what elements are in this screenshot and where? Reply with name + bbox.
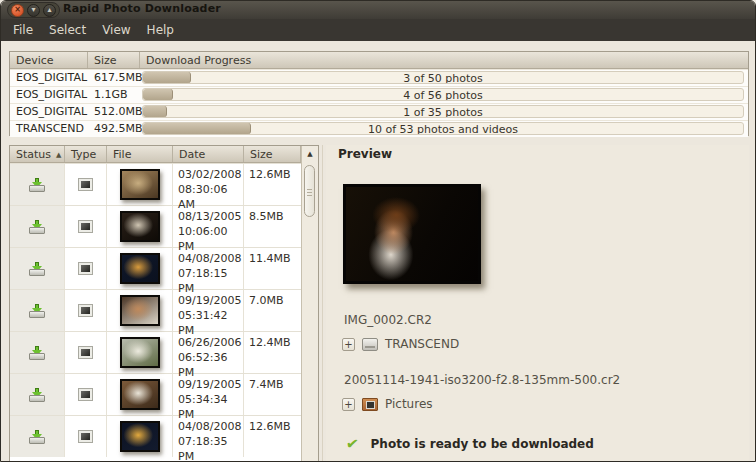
expand-source-button[interactable]: + (342, 338, 355, 351)
scrollbar-thumb[interactable] (304, 165, 315, 217)
size-header-label: Size (250, 148, 273, 161)
title-bar[interactable]: × ▾ ▴ Rapid Photo Downloader (1, 1, 756, 19)
device-name: EOS_DIGITAL (10, 70, 88, 86)
download-pending-icon (29, 430, 45, 444)
minimize-button[interactable]: ▾ (27, 4, 40, 17)
file-row[interactable]: 04/08/200807:18:15 PM 11.4MB (10, 247, 318, 289)
date-cell: 04/08/200807:18:15 PM (173, 248, 244, 289)
file-row[interactable]: 03/02/200808:30:06 AM 12.6MB (10, 163, 318, 205)
device-size: 512.0MB (88, 104, 140, 120)
file-date: 09/19/2005 (178, 294, 241, 307)
photo-type-icon (78, 430, 93, 443)
file-row[interactable]: 09/19/200505:34:34 PM 7.4MB (10, 373, 318, 415)
close-button[interactable]: × (11, 4, 24, 17)
preview-image (343, 184, 481, 284)
scrollbar-grip (307, 189, 312, 198)
device-progress: 1 of 35 photos (140, 104, 748, 120)
file-column-header[interactable]: File (107, 146, 173, 162)
status-cell (10, 416, 65, 457)
app-window: × ▾ ▴ Rapid Photo Downloader File Select… (0, 0, 756, 462)
type-cell (65, 248, 107, 289)
photo-type-icon (78, 220, 93, 233)
date-cell: 09/19/200505:31:42 PM (173, 290, 244, 331)
download-pending-icon (29, 220, 45, 234)
device-size: 492.5MB (88, 121, 140, 137)
progress-bar: 3 of 50 photos (142, 71, 744, 84)
date-column-header[interactable]: Date (173, 146, 244, 162)
preview-title: Preview (338, 147, 392, 161)
size-column-header[interactable]: Size (244, 146, 301, 162)
maximize-button[interactable]: ▴ (43, 4, 56, 17)
progress-column-header[interactable]: Download Progress (140, 52, 748, 68)
file-date: 04/08/2008 (178, 420, 241, 433)
type-cell (65, 164, 107, 205)
window-buttons: × ▾ ▴ (7, 2, 60, 18)
menu-view[interactable]: View (94, 21, 138, 39)
sort-ascending-icon: ▲ (56, 151, 61, 159)
photo-type-icon (78, 178, 93, 191)
photo-thumbnail (120, 337, 160, 368)
device-row[interactable]: TRANSCEND 492.5MB 10 of 53 photos and vi… (10, 120, 748, 137)
progress-text: 1 of 35 photos (143, 106, 743, 118)
photo-thumbnail (120, 379, 160, 410)
device-size: 1.1GB (88, 87, 140, 103)
type-cell (65, 332, 107, 373)
source-device-label: TRANSCEND (385, 337, 459, 351)
status-column-header[interactable]: Status ▲ (10, 146, 65, 162)
photo-type-icon (78, 304, 93, 317)
check-icon: ✔ (345, 434, 359, 453)
size-column-header[interactable]: Size (88, 52, 140, 68)
progress-bar: 4 of 56 photos (142, 88, 744, 101)
device-size: 617.5MB (88, 70, 140, 86)
memory-card-icon (362, 338, 378, 351)
expand-destination-button[interactable]: + (342, 398, 355, 411)
file-row[interactable]: 09/19/200505:31:42 PM 7.0MB (10, 289, 318, 331)
destination-folder-label: Pictures (385, 397, 433, 411)
preview-pane: Preview IMG_0002.CR2 + TRANSCEND 2005111… (326, 145, 749, 462)
device-row[interactable]: EOS_DIGITAL 512.0MB 1 of 35 photos (10, 103, 748, 120)
file-row[interactable]: 04/08/200807:18:35 PM 12.6MB (10, 415, 318, 457)
size-cell: 11.4MB (244, 248, 301, 289)
file-list: Status ▲ Type File Date Size 03/02/20080… (9, 145, 319, 462)
photo-type-icon (78, 388, 93, 401)
photo-thumbnail (120, 169, 160, 200)
date-header-label: Date (179, 148, 205, 161)
menu-select[interactable]: Select (41, 21, 94, 39)
size-cell: 7.4MB (244, 374, 301, 415)
download-pending-icon (29, 304, 45, 318)
photo-type-icon (78, 346, 93, 359)
progress-bar: 1 of 35 photos (142, 105, 744, 118)
date-cell: 09/19/200505:34:34 PM (173, 374, 244, 415)
device-column-header[interactable]: Device (10, 52, 88, 68)
type-cell (65, 290, 107, 331)
menu-help[interactable]: Help (139, 21, 182, 39)
device-row[interactable]: EOS_DIGITAL 617.5MB 3 of 50 photos (10, 69, 748, 86)
pane-splitter[interactable] (319, 145, 326, 462)
photo-type-icon (78, 262, 93, 275)
photo-thumbnail (120, 253, 160, 284)
file-date: 03/02/2008 (178, 168, 241, 181)
file-row[interactable]: 08/13/200510:06:00 PM 8.5MB (10, 205, 318, 247)
type-cell (65, 374, 107, 415)
window-title: Rapid Photo Downloader (63, 2, 221, 15)
type-column-header[interactable]: Type (65, 146, 107, 162)
device-progress: 3 of 50 photos (140, 70, 748, 86)
size-cell: 7.0MB (244, 290, 301, 331)
scroll-up-button[interactable]: ▲ (302, 146, 318, 162)
file-cell (107, 416, 173, 457)
status-cell (10, 290, 65, 331)
photo-thumbnail (120, 295, 160, 326)
menu-bar: File Select View Help (1, 19, 756, 41)
device-row[interactable]: EOS_DIGITAL 1.1GB 4 of 56 photos (10, 86, 748, 103)
device-progress: 10 of 53 photos and videos (140, 121, 748, 137)
date-cell: 08/13/200510:06:00 PM (173, 206, 244, 247)
file-row[interactable]: 06/26/200606:52:36 PM 12.4MB (10, 331, 318, 373)
file-list-scrollbar[interactable]: ▲ (301, 146, 318, 462)
device-name: EOS_DIGITAL (10, 87, 88, 103)
chevron-up-icon: ▴ (47, 6, 51, 14)
status-cell (10, 374, 65, 415)
date-cell: 04/08/200807:18:35 PM (173, 416, 244, 457)
menu-file[interactable]: File (5, 21, 41, 39)
progress-text: 10 of 53 photos and videos (143, 123, 743, 135)
type-cell (65, 206, 107, 247)
